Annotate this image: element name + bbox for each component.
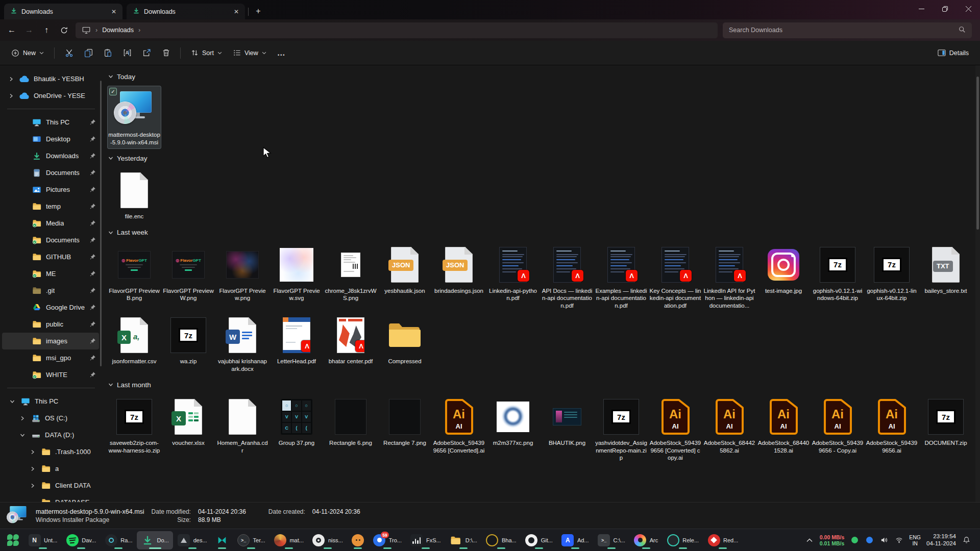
- taskbar-app-niss[interactable]: niss...: [308, 531, 347, 549]
- taskbar-app-ra[interactable]: Ra...: [101, 531, 136, 549]
- file-item[interactable]: JSONyesbhautik.json: [378, 242, 432, 298]
- file-item[interactable]: 7zgophish-v0.12.1-linux-64bit.zip: [865, 242, 919, 305]
- file-item[interactable]: chrome_J8sk1zrvWS.png: [324, 242, 378, 305]
- file-item[interactable]: AiAIAdobeStock_684401528.ai: [756, 394, 811, 457]
- file-item[interactable]: Λbhatar center.pdf: [324, 312, 378, 368]
- file-item[interactable]: Xa,jsonformatter.csv: [107, 312, 161, 368]
- file-item[interactable]: AiAIAdobeStock_594399656 - Copy.ai: [811, 394, 865, 457]
- restore-button[interactable]: [933, 0, 957, 17]
- sort-button[interactable]: Sort: [186, 44, 227, 62]
- sidebar-item-media[interactable]: Media: [2, 215, 99, 232]
- breadcrumb-item-downloads[interactable]: Downloads: [102, 27, 134, 34]
- taskbar-app-ad[interactable]: AAd...: [557, 531, 593, 549]
- network-icon[interactable]: [894, 536, 903, 545]
- notification-bell-icon[interactable]: [962, 536, 971, 545]
- share-button[interactable]: [137, 44, 156, 62]
- file-item[interactable]: ◎ FlavorGPTFlavorGPT Preview W.png: [161, 242, 215, 305]
- sidebar-item-temp[interactable]: temp: [2, 198, 99, 215]
- expand-chevron-icon[interactable]: [7, 77, 15, 82]
- network-speed-monitor[interactable]: 0.00 MB/s 0.01 MB/s: [820, 534, 844, 546]
- sidebar-item-data-d-[interactable]: DATA (D:): [2, 427, 99, 443]
- expand-chevron-icon[interactable]: [18, 433, 27, 438]
- file-item[interactable]: 7zyashvidotdev_AssignmentRepo-main.zip: [594, 394, 648, 465]
- sidebar-item-public[interactable]: public: [2, 316, 99, 333]
- file-item[interactable]: FlavorGPT Preview.svg: [270, 242, 324, 305]
- view-button[interactable]: View: [228, 44, 272, 62]
- file-item[interactable]: 7zgophish-v0.12.1-windows-64bit.zip: [811, 242, 865, 305]
- file-item[interactable]: ✓mattermost-desktop-5.9.0-win-x64.msi: [107, 86, 161, 149]
- taskbar-app-dav[interactable]: Dav...: [62, 531, 100, 549]
- sidebar-item-os-c-[interactable]: OS (C:): [2, 410, 99, 427]
- sidebar-item-desktop[interactable]: Desktop: [2, 131, 99, 147]
- file-item[interactable]: ○○○VVVC((Group 37.png: [270, 394, 324, 450]
- taskbar-app-vscode[interactable]: [212, 531, 233, 549]
- taskbar-app-arc[interactable]: Arc: [630, 531, 663, 549]
- file-item[interactable]: Xvoucher.xlsx: [161, 394, 215, 450]
- start-button[interactable]: [3, 531, 23, 549]
- expand-chevron-icon[interactable]: [29, 483, 37, 488]
- file-item[interactable]: file.enc: [107, 167, 161, 223]
- copy-button[interactable]: [79, 44, 97, 62]
- refresh-button[interactable]: [55, 22, 72, 38]
- expand-chevron-icon[interactable]: [29, 449, 37, 455]
- taskbar-app-bha[interactable]: Bha...: [482, 531, 521, 549]
- sidebar-item-client-data[interactable]: Client DATA: [2, 477, 99, 494]
- file-item[interactable]: 7zwa.zip: [161, 312, 215, 368]
- forward-button[interactable]: →: [20, 22, 38, 38]
- expand-chevron-icon[interactable]: [8, 399, 16, 404]
- expand-chevron-icon[interactable]: [18, 416, 27, 421]
- rename-button[interactable]: [118, 44, 136, 62]
- vertical-scrollbar[interactable]: [975, 65, 980, 502]
- section-header-yesterday[interactable]: Yesterday: [108, 152, 975, 164]
- file-item[interactable]: BHAUTIK.png: [540, 394, 594, 450]
- minimize-button[interactable]: [910, 0, 933, 17]
- sidebar-item--trash-1000[interactable]: .Trash-1000: [2, 443, 99, 460]
- file-item[interactable]: TXTbaileys_store.txt: [919, 242, 973, 298]
- expand-chevron-icon[interactable]: [29, 466, 37, 471]
- file-item[interactable]: ΛLinkedIn API for Python — linkedin-api …: [702, 242, 756, 313]
- section-header-last-week[interactable]: Last week: [108, 227, 975, 239]
- taskbar-app-fxs[interactable]: FxS...: [406, 531, 445, 549]
- file-item[interactable]: AiAIAdobeStock_684425862.ai: [702, 394, 756, 457]
- sidebar-item-this-pc[interactable]: This PC: [2, 393, 99, 410]
- scrollbar-thumb[interactable]: [976, 77, 979, 230]
- hidden-icons-chevron[interactable]: [805, 536, 814, 545]
- file-item[interactable]: Compressed: [378, 312, 432, 368]
- taskbar-app-des[interactable]: des...: [174, 531, 211, 549]
- file-item[interactable]: Wvajubhai krishanapark.docx: [215, 312, 270, 375]
- clock[interactable]: 23:19:54 04-11-2024: [926, 533, 956, 547]
- sidebar-item-this-pc[interactable]: This PC: [2, 114, 99, 131]
- taskbar-app-c[interactable]: >_C:\...: [594, 531, 629, 549]
- delete-button[interactable]: [157, 44, 175, 62]
- taskbar-app-discord[interactable]: [348, 531, 369, 549]
- file-item[interactable]: Homem_Aranha.cdr: [215, 394, 270, 457]
- file-item[interactable]: 7zsaveweb2zip-com-www-harness-io.zip: [107, 394, 161, 457]
- sidebar-scrollbar[interactable]: [100, 81, 102, 366]
- volume-icon[interactable]: [879, 536, 889, 545]
- file-item[interactable]: FlavorGPT Preview.png: [215, 242, 270, 305]
- sidebar-item-google-drive[interactable]: Google Drive: [2, 299, 99, 316]
- more-options-button[interactable]: …: [273, 44, 291, 62]
- tab-close-icon[interactable]: ✕: [232, 7, 241, 16]
- details-pane-button[interactable]: Details: [933, 44, 974, 62]
- new-tab-button[interactable]: +: [252, 5, 265, 18]
- sidebar-item-a[interactable]: a: [2, 460, 99, 477]
- section-header-today[interactable]: Today: [108, 70, 975, 83]
- file-item[interactable]: ΛLinkedin-api-python.pdf: [486, 242, 540, 305]
- sidebar-item-pictures[interactable]: Pictures: [2, 181, 99, 198]
- section-header-last-month[interactable]: Last month: [108, 379, 975, 391]
- file-item[interactable]: ◎ FlavorGPTFlavorGPT Preview B.png: [107, 242, 161, 305]
- file-item[interactable]: test-image.jpg: [756, 242, 811, 298]
- expand-chevron-icon[interactable]: [7, 93, 15, 98]
- sidebar-item-msi-gpo[interactable]: msi_gpo: [2, 349, 99, 366]
- taskbar-app-mat[interactable]: mat...: [270, 531, 308, 549]
- file-item[interactable]: Rectangle 7.png: [378, 394, 432, 450]
- close-button[interactable]: [957, 0, 980, 17]
- sidebar-item-documents[interactable]: Documents: [2, 164, 99, 181]
- file-item[interactable]: ΛLetterHead.pdf: [270, 312, 324, 368]
- sidebar-item--git[interactable]: .git: [2, 282, 99, 299]
- file-item[interactable]: AiAIAdobeStock_594399656 [Converted] cop…: [648, 394, 702, 465]
- taskbar-app-red[interactable]: Red...: [703, 531, 742, 549]
- file-item[interactable]: 7zDOCUMENT.zip: [919, 394, 973, 450]
- back-button[interactable]: ←: [3, 22, 20, 38]
